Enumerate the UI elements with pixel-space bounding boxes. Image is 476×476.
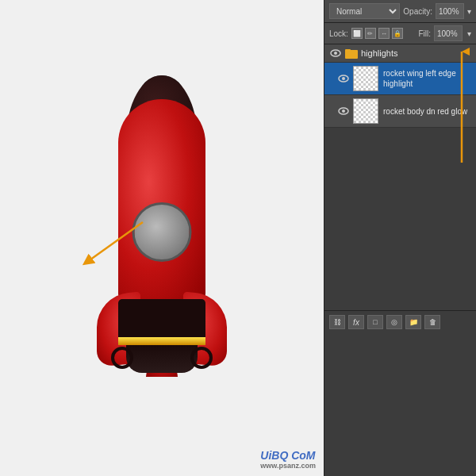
lock-position-icon[interactable]: ✏ (365, 28, 376, 39)
layers-panel: Normal Opacity: ▾ Lock: ⬜ ✏ ↔ 🔒 Fill: ▾ (324, 0, 476, 476)
canvas-area: NASA UiBQ CoM www.psanz.com (0, 0, 324, 476)
eye-icon-layer2[interactable] (337, 106, 350, 116)
folder-icon (345, 48, 358, 59)
rocket-stripe (118, 337, 205, 345)
eye-icon-layer1[interactable] (337, 74, 350, 83)
lock-label: Lock: (329, 29, 348, 38)
lock-icons: ⬜ ✏ ↔ 🔒 (351, 28, 416, 39)
group-name-label: highlights (361, 48, 397, 58)
lock-move-icon[interactable]: ↔ (378, 28, 390, 39)
lock-all-icon[interactable]: 🔒 (392, 28, 403, 39)
fx-button[interactable]: fx (348, 315, 364, 329)
svg-point-7 (342, 77, 345, 80)
rocket-band: NASA (118, 299, 205, 343)
opacity-dropdown-icon[interactable]: ▾ (467, 7, 471, 16)
lock-pixels-icon[interactable]: ⬜ (351, 28, 363, 39)
rocket-illustration: NASA (83, 75, 241, 424)
new-folder-button[interactable]: 📁 (405, 315, 421, 329)
opacity-input[interactable] (436, 3, 464, 19)
opacity-label: Opacity: (403, 7, 432, 16)
arrow-up-indicator (454, 44, 470, 171)
watermark: UiBQ CoM www.psanz.com (260, 449, 316, 470)
svg-rect-5 (345, 49, 351, 52)
link-layers-button[interactable]: ⛓ (329, 315, 345, 329)
fill-dropdown-icon[interactable]: ▾ (467, 29, 471, 38)
rocket-body (118, 99, 205, 305)
blend-opacity-row: Normal Opacity: ▾ (324, 0, 476, 23)
mask-button[interactable]: □ (367, 315, 383, 329)
adjustment-button[interactable]: ◎ (386, 315, 402, 329)
blend-mode-select[interactable]: Normal (329, 3, 400, 19)
eye-icon-group[interactable] (329, 48, 342, 58)
lock-fill-row: Lock: ⬜ ✏ ↔ 🔒 Fill: ▾ (324, 23, 476, 44)
wing-arch-left (111, 347, 133, 369)
trash-button[interactable]: 🗑 (424, 315, 440, 329)
fill-input[interactable] (434, 25, 463, 41)
wing-arch-right (190, 347, 213, 369)
rocket-window (132, 202, 192, 262)
svg-point-9 (342, 109, 345, 113)
layer-thumbnail-1 (353, 66, 378, 91)
svg-point-3 (334, 52, 337, 55)
fill-label: Fill: (418, 29, 431, 38)
rocket-nozzle (126, 345, 198, 373)
layer-thumbnail-2 (353, 98, 378, 124)
panel-bottom-toolbar: ⛓ fx □ ◎ 📁 🗑 (324, 310, 476, 333)
